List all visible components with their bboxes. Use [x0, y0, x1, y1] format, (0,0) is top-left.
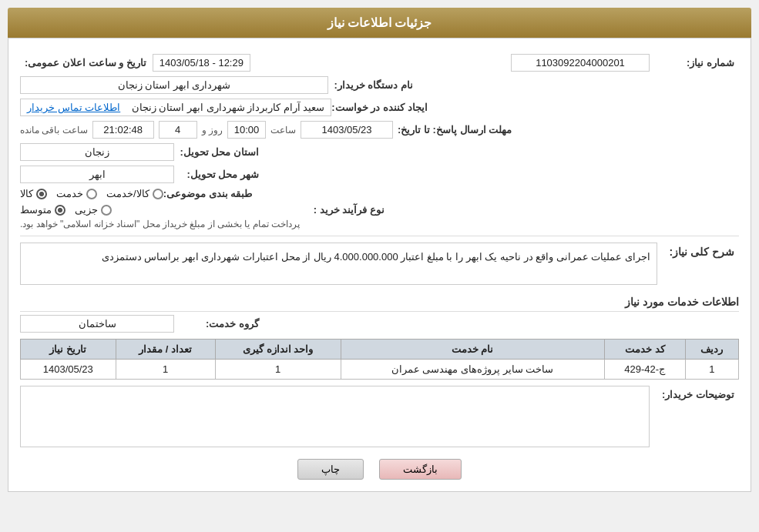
cell-row: 1 [685, 360, 738, 380]
col-header-qty: تعداد / مقدار [116, 340, 215, 360]
col-header-name: نام خدمت [341, 340, 604, 360]
category-radio-kala [36, 189, 47, 199]
requester-org-label: نام دستگاه خریدار: [328, 79, 413, 91]
deadline-label: مهلت ارسال پاسخ: تا تاریخ: [398, 124, 512, 136]
cell-name: ساخت سایر پروژه‌های مهندسی عمران [341, 360, 604, 380]
cell-code: ج-42-429 [604, 360, 685, 380]
deadline-day-label: روز و [202, 125, 223, 136]
cell-date: 1403/05/23 [21, 360, 116, 380]
services-section-title: اطلاعات خدمات مورد نیاز [20, 296, 739, 312]
need-number-value: 1103092204000201 [511, 54, 650, 72]
purchase-type-option-jozii[interactable]: جزیی [75, 204, 112, 216]
purchase-type-label: نوع فرآیند خرید : [300, 204, 385, 216]
deadline-time: 10:00 [227, 121, 266, 139]
category-option-khedmat[interactable]: خدمت [56, 188, 97, 199]
category-radio-kala-khedmat [153, 189, 163, 199]
deadline-days: 4 [159, 121, 197, 139]
category-radio-group: کالا/خدمت خدمت کالا [20, 188, 163, 199]
col-header-row: ردیف [685, 340, 738, 360]
col-header-date: تاریخ نیاز [21, 340, 116, 360]
purchase-note: پرداخت تمام یا بخشی از مبلغ خریداز محل "… [20, 219, 300, 229]
category-option-kala[interactable]: کالا [20, 188, 47, 199]
creator-label: ایجاد کننده در خواست: [331, 102, 427, 113]
buyer-desc-label: توضیحات خریدار: [650, 389, 734, 400]
col-header-unit: واحد اندازه گیری [215, 340, 341, 360]
deadline-time-label: ساعت [270, 125, 296, 136]
delivery-city-label: شهر محل تحویل: [174, 169, 259, 180]
description-text: اجرای عملیات عمرانی واقع در ناحیه یک ابه… [20, 243, 657, 285]
back-button[interactable]: بازگشت [379, 459, 462, 480]
service-group-label: گروه خدمت: [174, 318, 259, 330]
deadline-remaining: 21:02:48 [92, 121, 154, 139]
purchase-type-radio-jozii [101, 205, 112, 216]
col-header-code: کد خدمت [604, 340, 685, 360]
deadline-date: 1403/05/23 [301, 121, 393, 139]
deadline-remaining-label: ساعت باقی مانده [20, 125, 88, 136]
services-table: ردیف کد خدمت نام خدمت واحد اندازه گیری ت… [20, 339, 739, 380]
table-row: 1ج-42-429ساخت سایر پروژه‌های مهندسی عمرا… [21, 360, 739, 380]
print-button[interactable]: چاپ [297, 459, 364, 480]
description-label: شرح کلی نیاز: [657, 246, 734, 258]
purchase-type-radio-group: جزیی متوسط [20, 204, 112, 216]
purchase-type-radio-motavaset [55, 205, 65, 216]
delivery-province-value: زنجان [20, 143, 174, 161]
purchase-type-option-motavaset[interactable]: متوسط [20, 204, 65, 216]
date-announce-label: تاریخ و ساعت اعلان عمومی: [25, 57, 146, 69]
requester-org-value: شهرداری ابهر استان زنجان [20, 76, 328, 94]
date-announce-value: 1403/05/18 - 12:29 [153, 54, 250, 72]
cell-quantity: 1 [116, 360, 215, 380]
category-option-kala-khedmat[interactable]: کالا/خدمت [106, 188, 163, 199]
delivery-province-label: استان محل تحویل: [174, 146, 259, 158]
need-number-label: شماره نیاز: [650, 57, 734, 69]
cell-unit: 1 [215, 360, 341, 380]
contact-link[interactable]: اطلاعات تماس خریدار [27, 102, 120, 113]
service-group-value: ساختمان [20, 315, 174, 333]
category-radio-khedmat [86, 189, 97, 199]
category-label: طبقه بندی موضوعی: [163, 188, 253, 199]
page-title: جزئیات اطلاعات نیاز [8, 8, 751, 38]
creator-value: سعید آرام کاربرداز شهرداری ابهر استان زن… [20, 99, 331, 116]
buyer-desc-textarea[interactable] [20, 386, 650, 447]
delivery-city-value: ابهر [20, 166, 174, 183]
button-row: بازگشت چاپ [20, 459, 739, 480]
